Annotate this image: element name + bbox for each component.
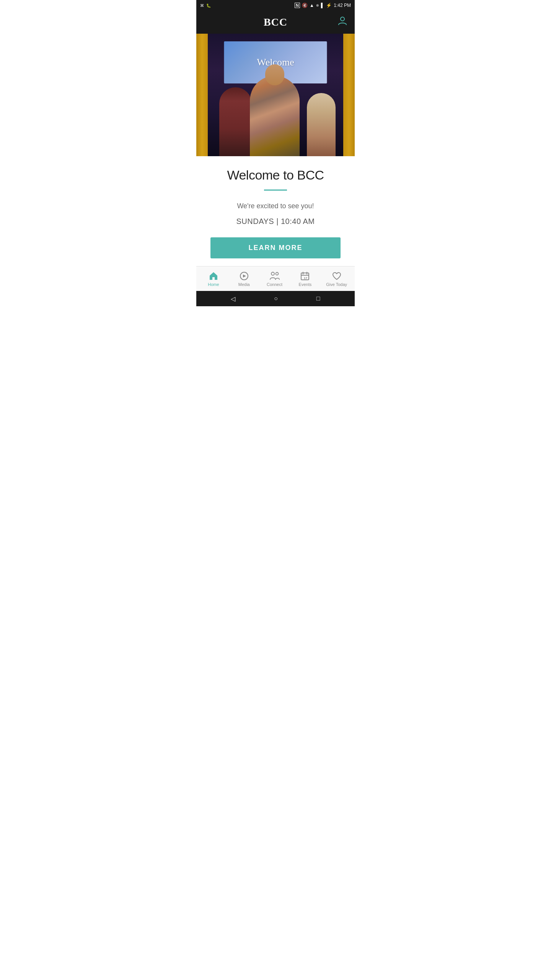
- nav-item-give[interactable]: Give Today: [324, 269, 349, 289]
- nav-item-media[interactable]: Media: [233, 269, 256, 289]
- svg-point-4: [276, 272, 278, 275]
- welcome-title: Welcome to BCC: [227, 168, 324, 183]
- nav-label-connect: Connect: [267, 282, 282, 287]
- person-center: [250, 76, 300, 156]
- status-bar: ⌘ 🐛 N 🔇 ▲ ⊗ ▌ ⚡ 1:42 PM: [196, 0, 355, 11]
- bottom-nav: Home Media Connect: [196, 266, 355, 291]
- nav-item-events[interactable]: 17 Events: [293, 269, 316, 289]
- app-logo: BCC: [264, 16, 287, 28]
- svg-marker-2: [243, 274, 246, 278]
- content-area: Welcome to BCC We're excited to see you!…: [196, 156, 355, 266]
- person-right: [307, 93, 336, 156]
- nav-item-connect[interactable]: Connect: [263, 269, 286, 289]
- nav-label-events: Events: [299, 282, 312, 287]
- android-home-button[interactable]: ○: [274, 295, 278, 302]
- title-divider: [264, 189, 287, 191]
- learn-more-button[interactable]: LEARN MORE: [210, 237, 341, 258]
- svg-point-3: [271, 272, 274, 275]
- schedule-text: SUNDAYS | 10:40 AM: [236, 217, 315, 226]
- android-recent-button[interactable]: □: [316, 295, 320, 302]
- battery-icon: ⚡: [326, 3, 332, 8]
- profile-button[interactable]: [337, 16, 348, 29]
- svg-text:17: 17: [304, 276, 307, 280]
- media-icon: [239, 271, 249, 281]
- events-icon: 17: [300, 271, 310, 281]
- nav-label-media: Media: [238, 282, 250, 287]
- signal-blocked-icon: ⊗: [316, 3, 319, 7]
- nfc-icon: N: [295, 3, 300, 8]
- home-icon: [209, 271, 218, 281]
- excited-message: We're excited to see you!: [237, 202, 314, 210]
- mute-icon: 🔇: [302, 3, 308, 8]
- app-header: BCC: [196, 11, 355, 34]
- nav-label-give: Give Today: [326, 282, 347, 287]
- nav-label-home: Home: [208, 282, 219, 287]
- connect-icon: [269, 271, 280, 281]
- bug-icon: 🐛: [206, 3, 211, 8]
- wifi-icon: ▲: [310, 3, 314, 8]
- status-left-icons: ⌘ 🐛: [200, 3, 211, 8]
- person-center-head: [265, 64, 284, 85]
- signal-bars-icon: ▌: [321, 3, 324, 8]
- hero-image: Welcome: [196, 34, 355, 156]
- time-display: 1:42 PM: [334, 3, 351, 8]
- give-icon: [332, 271, 342, 281]
- hero-people: [196, 72, 355, 156]
- status-right-area: N 🔇 ▲ ⊗ ▌ ⚡ 1:42 PM: [295, 3, 351, 8]
- android-nav: ◁ ○ □: [196, 291, 355, 306]
- person-left: [219, 87, 252, 156]
- nav-item-home[interactable]: Home: [202, 269, 225, 289]
- svg-point-0: [341, 17, 344, 21]
- usb-icon: ⌘: [200, 3, 204, 8]
- android-back-button[interactable]: ◁: [231, 295, 235, 302]
